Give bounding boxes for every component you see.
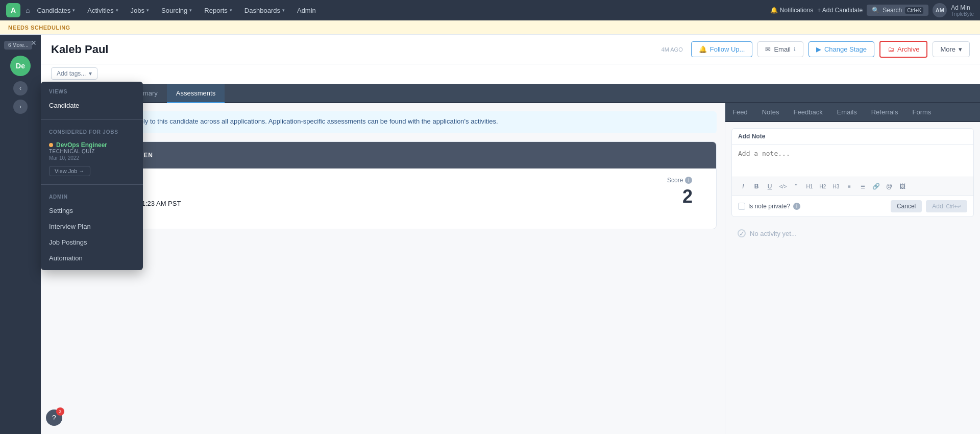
chevron-down-icon: ▾ bbox=[89, 70, 92, 77]
status-bar: NEEDS SCHEDULING bbox=[0, 20, 980, 35]
chevron-icon: ▾ bbox=[282, 8, 285, 13]
candidate-view-item[interactable]: Candidate bbox=[41, 98, 143, 113]
view-job-button[interactable]: View Job → bbox=[49, 166, 90, 176]
nav-reports[interactable]: Reports ▾ bbox=[199, 5, 237, 16]
search-shortcut: Ctrl+K bbox=[905, 7, 923, 14]
note-textarea[interactable] bbox=[732, 144, 973, 175]
nav-admin[interactable]: Admin bbox=[292, 5, 321, 16]
toolbar-ul[interactable]: ☰ bbox=[856, 180, 869, 192]
note-actions: Cancel Add Ctrl+↵ bbox=[891, 200, 967, 212]
add-tags-button[interactable]: Add tags... ▾ bbox=[51, 67, 97, 80]
user-avatar[interactable]: AM bbox=[933, 3, 947, 17]
nav-next-button[interactable]: › bbox=[13, 100, 28, 114]
cancel-note-button[interactable]: Cancel bbox=[891, 200, 922, 212]
job-date: Mar 10, 2022 bbox=[49, 155, 135, 161]
tab-forms[interactable]: Forms bbox=[905, 103, 938, 122]
nav-dashboards[interactable]: Dashboards ▾ bbox=[239, 5, 290, 16]
info-banner: i These assessments apply to this candid… bbox=[49, 111, 717, 133]
more-button[interactable]: More ▾ bbox=[933, 41, 970, 57]
chevron-icon: ▾ bbox=[230, 8, 232, 13]
candidate-name: Kaleb Paul bbox=[51, 43, 108, 56]
close-panel-button[interactable]: ✕ bbox=[31, 39, 37, 47]
chevron-icon: ▾ bbox=[146, 8, 149, 13]
right-tabs: Feed Notes Feedback Emails Referrals For… bbox=[725, 103, 980, 122]
toolbar-mention[interactable]: @ bbox=[883, 180, 895, 192]
toolbar-link[interactable]: 🔗 bbox=[870, 180, 882, 192]
left-dropdown-menu: VIEWS Candidate CONSIDERED FOR JOBS DevO… bbox=[41, 82, 143, 270]
no-activity-indicator: ✓ No activity yet... bbox=[731, 223, 974, 244]
private-info-icon: i bbox=[793, 203, 800, 210]
admin-section-label: ADMIN bbox=[41, 191, 143, 203]
chevron-icon: ▾ bbox=[116, 8, 118, 13]
nav-activities[interactable]: Activities ▾ bbox=[82, 5, 123, 16]
nav-candidates[interactable]: Candidates ▾ bbox=[32, 5, 80, 16]
help-button[interactable]: ? 3 bbox=[46, 409, 62, 426]
left-sidebar: 6 More... De ✕ ‹ › bbox=[0, 35, 41, 434]
note-private-checkbox[interactable] bbox=[738, 203, 745, 210]
job-item[interactable]: DevOps Engineer TECHNICAL QUIZ Mar 10, 2… bbox=[41, 138, 143, 164]
add-note-header: Add Note bbox=[732, 129, 973, 144]
user-menu[interactable]: Ad Min TripleByte bbox=[951, 4, 974, 17]
toolbar-image[interactable]: 🖼 bbox=[896, 180, 909, 192]
toolbar-h1[interactable]: H1 bbox=[803, 180, 816, 192]
candidate-actions: 🔔 Follow Up... ✉ Email ℹ ▶ Change Stage … bbox=[691, 41, 970, 58]
chevron-icon: ▾ bbox=[72, 8, 75, 13]
home-icon[interactable]: ⌂ bbox=[26, 6, 30, 14]
assessments-panel: i These assessments apply to this candid… bbox=[41, 103, 725, 434]
toolbar-quote[interactable]: " bbox=[790, 180, 802, 192]
nav-prev-button[interactable]: ‹ bbox=[13, 81, 28, 95]
score-value: 2 bbox=[667, 186, 708, 207]
score-section: Score i 2 bbox=[667, 177, 708, 207]
tab-referrals[interactable]: Referrals bbox=[864, 103, 905, 122]
considered-for-jobs-label: CONSIDERED FOR JOBS bbox=[41, 126, 143, 138]
help-badge: 3 bbox=[56, 407, 64, 416]
notifications-button[interactable]: 🔔 Notifications bbox=[770, 7, 813, 14]
assessment-card: TB TRIPLEBYTE SCREEN DevOps Engineer Sta… bbox=[49, 141, 717, 229]
sidebar-more-button[interactable]: 6 More... bbox=[4, 41, 32, 50]
add-candidate-button[interactable]: + Add Candidate bbox=[817, 7, 863, 14]
content-panel: Kaleb Paul 4M AGO 🔔 Follow Up... ✉ Email… bbox=[41, 35, 980, 434]
archive-button[interactable]: 🗂 Archive bbox=[879, 41, 927, 58]
tab-assessments[interactable]: Assessments bbox=[167, 84, 225, 103]
tab-feedback[interactable]: Feedback bbox=[787, 103, 830, 122]
toolbar-bold[interactable]: B bbox=[750, 180, 763, 192]
add-note-button[interactable]: Add Ctrl+↵ bbox=[926, 200, 967, 212]
search-button[interactable]: 🔍 Search Ctrl+K bbox=[867, 5, 928, 16]
job-title: DevOps Engineer bbox=[56, 141, 107, 149]
toolbar-h3[interactable]: H3 bbox=[830, 180, 842, 192]
add-note-shortcut: Ctrl+↵ bbox=[946, 204, 961, 209]
right-content: Add Note I B U </> " H1 H2 H3 ≡ ☰ bbox=[725, 122, 980, 434]
needs-scheduling-status: NEEDS SCHEDULING bbox=[8, 25, 70, 31]
toolbar-italic[interactable]: I bbox=[737, 180, 749, 192]
toolbar-ol[interactable]: ≡ bbox=[843, 180, 855, 192]
toolbar-underline[interactable]: U bbox=[764, 180, 776, 192]
check-circle-icon: ✓ bbox=[738, 229, 746, 237]
change-stage-button[interactable]: ▶ Change Stage bbox=[808, 41, 874, 57]
job-sub: TECHNICAL QUIZ bbox=[49, 149, 135, 154]
main-tabs: Activities & Progress Summary Assessment… bbox=[41, 84, 980, 103]
note-private-toggle: Is note private? i bbox=[738, 203, 800, 210]
tab-emails[interactable]: Emails bbox=[830, 103, 864, 122]
tab-notes[interactable]: Notes bbox=[755, 103, 787, 122]
settings-item[interactable]: Settings bbox=[41, 203, 143, 219]
toolbar-code[interactable]: </> bbox=[777, 180, 789, 192]
top-nav: A ⌂ Candidates ▾ Activities ▾ Jobs ▾ Sou… bbox=[0, 0, 980, 20]
job-postings-item[interactable]: Job Postings bbox=[41, 234, 143, 250]
assessment-card-header: TB TRIPLEBYTE SCREEN bbox=[50, 142, 716, 168]
app-logo[interactable]: A bbox=[6, 3, 20, 17]
automation-item[interactable]: Automation bbox=[41, 250, 143, 266]
note-toolbar: I B U </> " H1 H2 H3 ≡ ☰ 🔗 @ 🖼 bbox=[732, 177, 973, 196]
candidate-title-bar: Kaleb Paul 4M AGO 🔔 Follow Up... ✉ Email… bbox=[41, 35, 980, 64]
score-label: Score i bbox=[667, 177, 708, 184]
follow-up-button[interactable]: 🔔 Follow Up... bbox=[691, 41, 753, 57]
note-footer: Is note private? i Cancel Add Ctrl+↵ bbox=[732, 196, 973, 216]
assessment-body: DevOps Engineer Status: Complete Finishe… bbox=[50, 168, 716, 229]
right-panel: Feed Notes Feedback Emails Referrals For… bbox=[725, 103, 980, 434]
email-button[interactable]: ✉ Email ℹ bbox=[757, 41, 803, 57]
tab-feed[interactable]: Feed bbox=[725, 103, 755, 122]
views-section-label: VIEWS bbox=[41, 86, 143, 98]
interview-plan-item[interactable]: Interview Plan bbox=[41, 219, 143, 234]
toolbar-h2[interactable]: H2 bbox=[817, 180, 829, 192]
nav-sourcing[interactable]: Sourcing ▾ bbox=[156, 5, 197, 16]
nav-jobs[interactable]: Jobs ▾ bbox=[126, 5, 154, 16]
